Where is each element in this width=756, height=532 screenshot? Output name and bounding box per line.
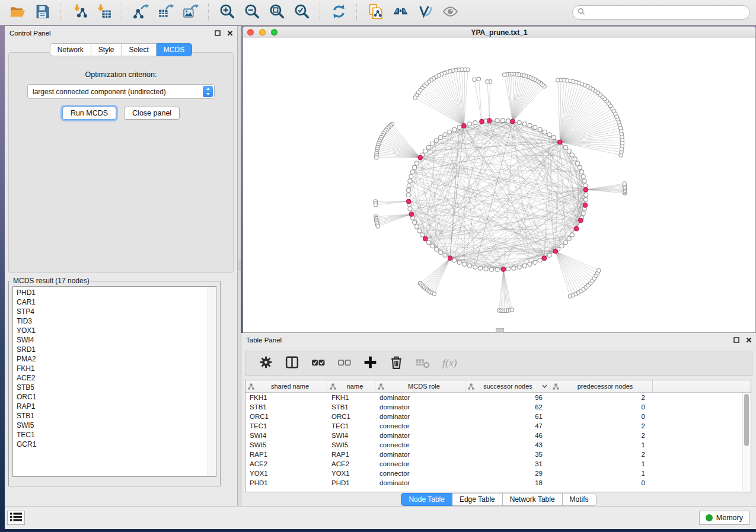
splitter-grip[interactable] [238, 261, 241, 270]
gear-button[interactable] [256, 354, 275, 373]
mcds-result-item[interactable]: RAP1 [13, 402, 216, 411]
table-row[interactable]: PHD1PHD1dominator180 [245, 478, 751, 488]
window-zoom-button[interactable] [271, 29, 277, 36]
table-row[interactable]: YOX1YOX1connector291 [245, 469, 751, 478]
mcds-result-item[interactable]: PMA2 [13, 354, 216, 364]
add-button[interactable] [361, 354, 379, 373]
close-panel-button-mcds[interactable]: Close panel [124, 107, 180, 120]
mcds-result-item[interactable]: CAR1 [13, 297, 216, 307]
select-all-button[interactable] [308, 354, 327, 373]
table-row[interactable]: SWI5SWI5connector431 [245, 440, 751, 450]
zoom-out-button[interactable] [243, 3, 261, 22]
import-network-button[interactable] [69, 3, 88, 22]
result-list-scrollbar[interactable] [208, 287, 216, 476]
export-image-button[interactable] [181, 3, 200, 22]
table-scrollbar-thumb[interactable] [744, 394, 749, 446]
column-header-successor-nodes[interactable]: successor nodes [465, 380, 550, 392]
tab-mcds[interactable]: MCDS [157, 43, 192, 56]
memory-button[interactable]: Memory [699, 511, 749, 525]
search-icon [578, 7, 585, 18]
mcds-result-item[interactable]: YOX1 [13, 326, 216, 335]
window-close-button[interactable] [247, 29, 254, 36]
main-toolbar [0, 0, 756, 25]
refresh-icon [331, 4, 347, 21]
tab-style[interactable]: Style [91, 43, 122, 56]
table-row[interactable]: STB1STB1dominator620 [245, 402, 751, 412]
export-table-button[interactable] [156, 3, 175, 22]
float-panel-button[interactable] [214, 30, 221, 37]
table-row[interactable]: TEC1TEC1connector472 [245, 421, 751, 431]
cell-predecessor-nodes: 0 [550, 478, 653, 488]
cell-shared-name: RAP1 [245, 450, 327, 459]
zoom-in-button[interactable] [218, 3, 237, 22]
mcds-result-item[interactable]: SWI5 [13, 421, 216, 430]
horizontal-splitter-grip[interactable] [496, 328, 504, 333]
tab-select[interactable]: Select [122, 43, 157, 56]
search-input[interactable] [588, 8, 745, 17]
network-canvas[interactable] [243, 38, 755, 332]
delete-button[interactable] [387, 354, 406, 373]
column-header-name[interactable]: name [327, 380, 375, 392]
close-panel-button[interactable] [227, 30, 234, 37]
mcds-result-item[interactable]: TID3 [13, 316, 216, 326]
cell-successor-nodes: 18 [465, 478, 550, 488]
table-row[interactable]: SWI4SWI4dominator462 [245, 431, 751, 440]
close-table-panel-button[interactable] [745, 336, 752, 344]
mcds-result-list[interactable]: PHD1CAR1STP4TID3YOX1SWI4SRD1PMA2FKH1ACE2… [12, 286, 216, 477]
table-row[interactable]: FKH1FKH1dominator962 [245, 393, 751, 402]
mcds-result-item[interactable]: ACE2 [13, 373, 216, 383]
table-scrollbar[interactable] [742, 393, 750, 491]
panel-splitter[interactable] [237, 26, 241, 507]
mcds-result-item[interactable]: GCR1 [13, 440, 216, 449]
tab-network[interactable]: Network [50, 43, 91, 56]
cell-shared-name: SWI4 [245, 431, 327, 440]
network-titlebar[interactable]: YPA_prune.txt_1 [243, 27, 755, 39]
criterion-select[interactable]: largest connected component (undirected) [27, 84, 215, 99]
table-toolbar: f(x) [245, 351, 752, 376]
binoculars-button[interactable] [391, 3, 410, 22]
mcds-result-item[interactable]: STB5 [13, 383, 216, 392]
refresh-button[interactable] [329, 3, 348, 22]
columns-button[interactable] [282, 354, 301, 373]
run-mcds-button[interactable]: Run MCDS [62, 107, 116, 120]
column-header-predecessor-nodes[interactable]: predecessor nodes [550, 380, 653, 392]
tab-node-table[interactable]: Node Table [401, 493, 452, 506]
tab-network-table[interactable]: Network Table [503, 493, 563, 506]
column-header-MCDS-role[interactable]: MCDS role [375, 380, 465, 392]
cell-name: RAP1 [327, 450, 375, 459]
export-network-button[interactable] [131, 3, 150, 22]
tab-edge-table[interactable]: Edge Table [452, 493, 503, 506]
window-minimize-button[interactable] [259, 29, 266, 36]
float-table-panel-button[interactable] [733, 336, 740, 344]
cell-predecessor-nodes: 0 [550, 402, 653, 412]
import-table-button[interactable] [94, 3, 113, 22]
table-row[interactable]: ACE2ACE2connector311 [245, 459, 751, 469]
mcds-result-item[interactable]: STP4 [13, 307, 216, 316]
share-document-button[interactable] [366, 3, 385, 22]
cell-name: ACE2 [327, 459, 375, 469]
task-history-button[interactable] [7, 511, 25, 525]
toolbar-separator [122, 4, 123, 21]
mcds-panel: Optimization criterion: largest connecte… [8, 52, 234, 273]
eye-button[interactable] [441, 3, 460, 22]
table-panel-title: Table Panel [246, 336, 282, 344]
cell-MCDS-role: connector [375, 459, 465, 469]
open-folder-button[interactable] [8, 3, 27, 22]
mcds-result-item[interactable]: SWI4 [13, 335, 216, 345]
zoom-fit-button[interactable] [267, 3, 286, 22]
table-row[interactable]: RAP1RAP1dominator352 [245, 450, 751, 459]
mcds-result-item[interactable]: TEC1 [13, 430, 216, 440]
svg-text:f(x): f(x) [442, 357, 457, 368]
deselect-all-button[interactable] [334, 354, 353, 373]
save-button[interactable] [33, 3, 52, 22]
mcds-result-item[interactable]: PHD1 [13, 288, 216, 297]
column-header-shared-name[interactable]: shared name [245, 380, 327, 392]
mcds-result-item[interactable]: SRD1 [13, 345, 216, 354]
mcds-result-item[interactable]: STB1 [13, 411, 216, 421]
tab-motifs[interactable]: Motifs [563, 493, 596, 506]
mcds-result-item[interactable]: ORC1 [13, 392, 216, 402]
zoom-selected-button[interactable] [292, 3, 311, 22]
toggle-details-button[interactable] [416, 3, 435, 22]
mcds-result-item[interactable]: FKH1 [13, 364, 216, 373]
table-row[interactable]: ORC1ORC1dominator610 [245, 412, 751, 421]
